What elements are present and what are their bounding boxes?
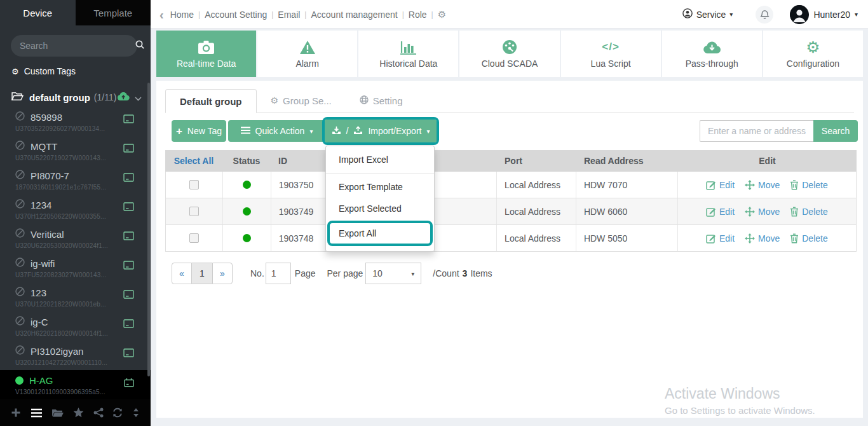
row-checkbox[interactable] — [189, 180, 199, 189]
person-circle-icon — [682, 8, 693, 20]
breadcrumb-role[interactable]: Role — [409, 10, 427, 20]
breadcrumb-gear-icon[interactable]: ⚙ — [438, 9, 446, 20]
breadcrumb-email[interactable]: Email — [278, 10, 300, 20]
device-item[interactable]: Veritical U320U6220530020W00024f1... — [0, 224, 151, 253]
tab-alarm[interactable]: Alarm — [257, 31, 357, 77]
page-prev-button[interactable]: « — [172, 263, 192, 284]
add-device-icon[interactable] — [11, 408, 21, 418]
device-item[interactable]: PI8070-7 187003160119021e1c767f55... — [0, 165, 151, 195]
activate-windows-watermark: Activate Windows Go to Settings to activ… — [665, 385, 815, 416]
device-group-header[interactable]: default group (1/11) — [11, 89, 142, 106]
edit-action[interactable]: Edit — [706, 180, 735, 190]
star-icon[interactable] — [73, 408, 84, 418]
quick-action-button[interactable]: Quick Action ▾ — [228, 120, 325, 142]
tab-setting[interactable]: Setting — [346, 88, 417, 113]
move-action[interactable]: Move — [745, 233, 780, 244]
sidebar-search-input[interactable] — [20, 41, 135, 51]
refresh-icon[interactable] — [112, 408, 123, 418]
breadcrumb-separator: | — [198, 10, 200, 19]
back-chevron-icon[interactable]: ‹ — [159, 8, 164, 21]
breadcrumb-account-management[interactable]: Account management — [311, 10, 397, 20]
custom-tags[interactable]: ⚙ Custom Tags — [11, 66, 76, 76]
hmi-device-icon — [123, 114, 134, 126]
tab-group-settings[interactable]: ⚙ Group Se... — [257, 88, 346, 113]
device-name: Veritical — [31, 229, 64, 240]
device-item[interactable]: 1234 U370H1220506220W000355... — [0, 195, 151, 224]
tab-cloud-scada[interactable]: Cloud SCADA — [459, 31, 559, 77]
sidebar-toolbar — [0, 399, 151, 426]
tab-lua-script[interactable]: </> Lua Script — [561, 31, 661, 77]
user-menu[interactable]: Hunter20 ▾ — [790, 5, 858, 24]
device-item[interactable]: 859898 U37035220926027W000134... — [0, 107, 151, 136]
breadcrumb-home[interactable]: Home — [170, 10, 194, 20]
device-item[interactable]: PI3102igyan U320J1210427220W0001110... — [0, 341, 151, 370]
tab-template[interactable]: Template — [76, 0, 151, 25]
device-item-selected[interactable]: H-AG V13001201109003906395a5... — [0, 370, 151, 399]
menu-item-export-all[interactable]: Export All — [330, 223, 430, 244]
device-item[interactable]: ig-wifi U37FU5220823027W000143... — [0, 253, 151, 282]
tab-pass-through[interactable]: Pass-through — [662, 31, 762, 77]
device-serial: 187003160119021e1c767f55... — [15, 184, 140, 191]
caret-down-icon: ▾ — [729, 11, 733, 18]
new-tag-button[interactable]: + New Tag — [172, 120, 226, 142]
list-view-icon[interactable] — [31, 408, 43, 418]
page-next-button[interactable]: » — [212, 263, 233, 284]
search-icon[interactable] — [135, 39, 145, 52]
tab-default-group[interactable]: Default group — [165, 89, 257, 113]
bar-chart-icon — [400, 39, 416, 55]
sidebar-search[interactable] — [11, 35, 137, 57]
table-search-button[interactable]: Search — [813, 120, 858, 142]
tab-label: Setting — [373, 95, 403, 106]
notifications-button[interactable] — [756, 6, 773, 24]
per-page-select[interactable]: 10 ▾ — [365, 263, 421, 284]
device-item[interactable]: 123 U370U1220218220W0001eb... — [0, 282, 151, 312]
device-name: 123 — [31, 287, 46, 298]
module-tabs: Real-time Data Alarm Historical Data Clo… — [156, 31, 863, 77]
breadcrumb-separator: | — [402, 10, 404, 19]
move-action[interactable]: Move — [745, 207, 780, 217]
offline-icon — [15, 141, 25, 152]
chevron-down-icon[interactable] — [135, 92, 142, 103]
select-all-header[interactable]: Select All — [165, 156, 222, 166]
delete-action[interactable]: Delete — [790, 180, 827, 190]
row-checkbox[interactable] — [189, 207, 199, 216]
tab-historical-data[interactable]: Historical Data — [358, 31, 458, 77]
import-export-button[interactable]: / Import/Export ▾ — [325, 120, 437, 142]
menu-item-export-selected[interactable]: Export Selected — [326, 198, 434, 219]
table-row: 1903748 HDW5050 Madrid Local Address HDW… — [165, 225, 857, 252]
delete-action[interactable]: Delete — [790, 207, 827, 217]
menu-item-import-excel[interactable]: Import Excel — [326, 149, 434, 170]
edit-action[interactable]: Edit — [706, 207, 735, 217]
device-item[interactable]: ig-C U320H6220218020W00014f1... — [0, 312, 151, 341]
cell-id: 1903748 — [271, 225, 331, 251]
page-number-button[interactable]: 1 — [192, 263, 212, 284]
tab-realtime-data[interactable]: Real-time Data — [156, 31, 256, 77]
device-item[interactable]: MQTT U370U5220719027W000143... — [0, 136, 151, 165]
share-icon[interactable] — [93, 408, 104, 418]
code-icon: </> — [602, 39, 620, 55]
cell-port: Local Address — [497, 198, 576, 224]
page-number-input[interactable] — [266, 263, 291, 284]
cloud-upload-icon[interactable] — [117, 92, 130, 103]
move-action[interactable]: Move — [745, 180, 780, 190]
breadcrumb-account-setting[interactable]: Account Setting — [205, 10, 267, 20]
edit-action[interactable]: Edit — [706, 233, 735, 244]
table-search-input[interactable] — [700, 120, 813, 142]
tab-label: Group Se... — [283, 95, 332, 106]
folder-icon[interactable] — [51, 408, 64, 418]
device-name: 859898 — [31, 112, 62, 123]
topbar-right: Service ▾ Hunter20 ▾ — [682, 0, 858, 29]
hmi-device-icon — [123, 261, 134, 272]
sort-icon[interactable] — [132, 408, 140, 418]
tab-device[interactable]: Device — [0, 0, 76, 25]
tab-label: Pass-through — [686, 58, 738, 69]
delete-action[interactable]: Delete — [790, 233, 827, 244]
menu-item-export-template[interactable]: Export Template — [326, 176, 434, 198]
hmi-device-icon — [123, 231, 134, 243]
row-checkbox[interactable] — [189, 233, 199, 243]
offline-icon — [15, 199, 25, 210]
sidebar: Device Template ⚙ Custom Tags default gr… — [0, 0, 151, 426]
sidebar-scrollbar[interactable] — [147, 83, 150, 376]
service-menu[interactable]: Service ▾ — [682, 8, 733, 20]
tab-configuration[interactable]: ⚙ Configuration — [763, 31, 863, 77]
